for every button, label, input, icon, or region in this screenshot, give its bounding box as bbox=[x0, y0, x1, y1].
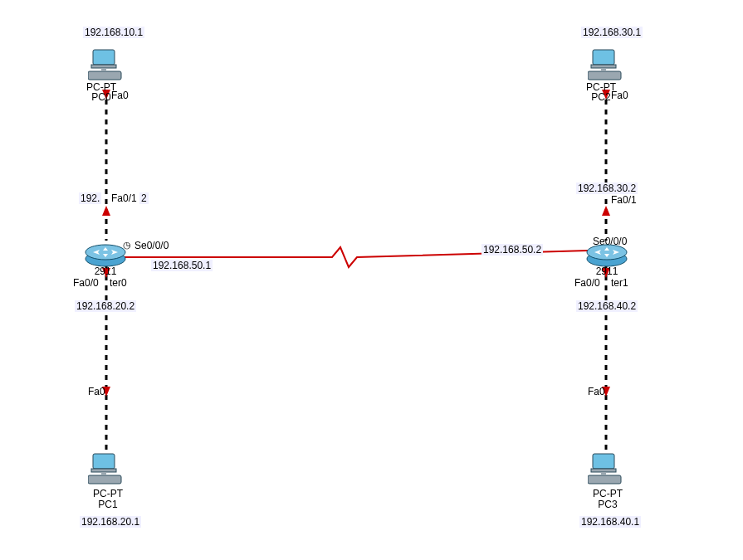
topology-canvas[interactable]: 192.168.10.1 PC-PT PC0 Fa0 192.168.30.1 … bbox=[0, 0, 743, 560]
r0-name-label-suffix: ter0 bbox=[108, 277, 129, 289]
pc2-ip-label: 192.168.30.1 bbox=[581, 27, 643, 38]
pc1-type-label: PC-PT bbox=[88, 488, 128, 499]
svg-rect-25 bbox=[91, 469, 116, 472]
svg-rect-14 bbox=[88, 71, 121, 80]
router-icon bbox=[586, 242, 628, 267]
r0-se-ip: 192.168.50.1 bbox=[151, 260, 213, 271]
pc1-ip-label: 192.168.20.1 bbox=[80, 516, 141, 528]
r1-fa01-ip: 192.168.30.2 bbox=[576, 183, 638, 194]
router-icon bbox=[85, 242, 126, 267]
pc1-iface-label: Fa0 bbox=[86, 386, 107, 397]
svg-rect-24 bbox=[93, 454, 115, 469]
r1-fa01-label: Fa0/1 bbox=[609, 194, 638, 206]
r1-name-label-suffix: ter1 bbox=[609, 277, 630, 289]
pc1-name-label: PC1 bbox=[88, 499, 128, 510]
pc-icon bbox=[88, 48, 125, 81]
pc3-type-label: PC-PT bbox=[588, 488, 628, 499]
pc-icon bbox=[88, 452, 125, 485]
svg-rect-18 bbox=[588, 71, 621, 80]
r0-fa01-ip-suffix: 2 bbox=[139, 192, 149, 204]
svg-point-23 bbox=[587, 245, 627, 260]
r0-fa01-label: Fa0/1 bbox=[110, 192, 139, 204]
svg-rect-29 bbox=[591, 469, 616, 472]
svg-marker-4 bbox=[102, 206, 110, 216]
svg-rect-16 bbox=[593, 50, 614, 65]
pc-icon bbox=[588, 48, 624, 81]
r0-fa01-ip-prefix: 192. bbox=[79, 192, 101, 204]
pc3-ip-label: 192.168.40.1 bbox=[579, 516, 641, 528]
r1-fa00-label: Fa0/0 bbox=[573, 277, 602, 289]
pc0-iface-label: Fa0 bbox=[110, 90, 130, 101]
pc2-iface-label: Fa0 bbox=[609, 90, 630, 101]
pc3-iface-label: Fa0 bbox=[586, 386, 607, 397]
pc0-device[interactable] bbox=[88, 48, 125, 85]
svg-rect-31 bbox=[601, 472, 606, 475]
pc-icon bbox=[588, 452, 624, 485]
svg-marker-8 bbox=[602, 206, 610, 216]
pc2-device[interactable] bbox=[588, 48, 624, 85]
r0-fa00-label: Fa0/0 bbox=[71, 277, 100, 289]
svg-rect-27 bbox=[101, 472, 106, 475]
svg-rect-15 bbox=[101, 68, 106, 71]
r1-fa00-ip: 192.168.40.2 bbox=[576, 300, 638, 312]
pc1-device[interactable] bbox=[88, 452, 125, 489]
r1-model-label: 2911 bbox=[591, 265, 623, 277]
svg-rect-17 bbox=[591, 65, 616, 68]
pc3-name-label: PC3 bbox=[588, 499, 628, 510]
svg-point-21 bbox=[86, 245, 125, 260]
r0-fa00-ip: 192.168.20.2 bbox=[75, 300, 136, 312]
svg-rect-13 bbox=[91, 65, 116, 68]
svg-rect-12 bbox=[93, 50, 115, 65]
svg-rect-30 bbox=[588, 475, 621, 484]
pc3-device[interactable] bbox=[588, 452, 624, 489]
r1-se-ip: 192.168.50.2 bbox=[481, 244, 543, 256]
r0-model-label: 2911 bbox=[90, 265, 121, 277]
r0-se-label: Se0/0/0 bbox=[133, 240, 170, 251]
svg-rect-19 bbox=[601, 68, 606, 71]
svg-rect-26 bbox=[88, 475, 121, 484]
pc0-ip-label: 192.168.10.1 bbox=[83, 27, 144, 38]
svg-rect-28 bbox=[593, 454, 614, 469]
